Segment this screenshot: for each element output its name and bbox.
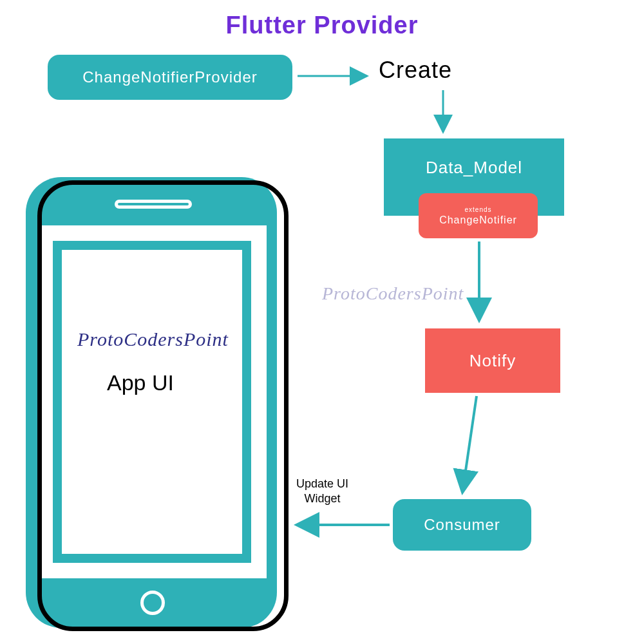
update-ui-line2: Widget bbox=[305, 492, 341, 505]
watermark-phone: ProtoCodersPoint bbox=[77, 328, 229, 350]
extends-class: ChangeNotifier bbox=[439, 214, 517, 226]
changenotifierprovider-box: ChangeNotifierProvider bbox=[48, 55, 292, 100]
consumer-label: Consumer bbox=[424, 516, 500, 534]
app-ui-label: App UI bbox=[107, 370, 174, 395]
update-ui-line1: Update UI bbox=[296, 477, 348, 490]
consumer-box: Consumer bbox=[393, 499, 531, 551]
phone-speaker-icon bbox=[115, 200, 192, 209]
watermark-center: ProtoCodersPoint bbox=[322, 283, 464, 304]
notify-label: Notify bbox=[469, 351, 516, 371]
notify-box: Notify bbox=[425, 328, 560, 393]
extends-keyword: extends bbox=[464, 206, 491, 213]
phone-body-front bbox=[37, 180, 289, 631]
update-ui-label: Update UI Widget bbox=[296, 477, 348, 507]
create-label: Create bbox=[379, 57, 452, 84]
extends-box: extends ChangeNotifier bbox=[419, 193, 538, 238]
changenotifierprovider-label: ChangeNotifierProvider bbox=[82, 68, 257, 86]
datamodel-label: Data_Model bbox=[426, 158, 522, 178]
diagram-title: Flutter Provider bbox=[0, 12, 644, 39]
phone-home-button-icon bbox=[140, 591, 165, 615]
arrow-notify-to-consumer bbox=[462, 396, 477, 493]
